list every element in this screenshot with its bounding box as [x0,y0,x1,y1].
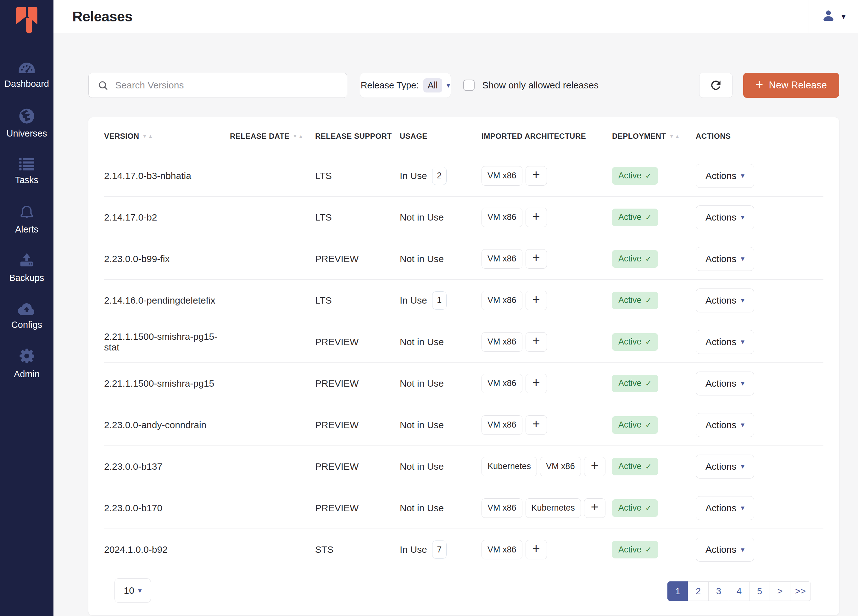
user-icon [821,9,836,25]
column-header-imported-architecture: IMPORTED ARCHITECTURE [482,132,612,141]
add-architecture-button[interactable]: + [525,415,547,435]
sidebar-item-dashboard[interactable]: Dashboard [0,51,53,99]
actions-cell: Actions▾ [696,330,824,354]
deployment-status-badge: Active✓ [612,250,658,268]
search-input[interactable] [89,73,347,98]
usage-count-badge: 2 [432,167,447,185]
version-cell: 2024.1.0.0-b92 [104,544,230,555]
actions-label: Actions [706,295,736,306]
sort-icons: ▼▲ [669,134,680,139]
actions-button[interactable]: Actions▾ [696,288,754,313]
deployment-cell: Active✓ [612,208,696,226]
show-allowed-checkbox[interactable] [463,79,475,91]
column-header-version[interactable]: VERSION ▼▲ [104,132,230,141]
architecture-chip: VM x86 [482,540,522,559]
actions-label: Actions [706,461,736,472]
release-type-dropdown[interactable]: Release Type: All ▾ [360,73,451,98]
page-button[interactable]: 2 [688,582,709,601]
deployment-status-label: Active [618,337,642,347]
column-header-deployment[interactable]: DEPLOYMENT ▼▲ [612,132,696,141]
actions-button[interactable]: Actions▾ [696,413,754,437]
deployment-cell: Active✓ [612,416,696,434]
chevron-down-icon: ▾ [447,81,451,90]
yugabyte-logo-icon[interactable] [13,5,40,37]
add-architecture-button[interactable]: + [525,291,547,310]
last-page-button[interactable]: >> [790,582,811,601]
deployment-cell: Active✓ [612,375,696,392]
plus-icon: + [755,78,763,91]
column-label: USAGE [400,132,427,141]
chevron-down-icon: ▾ [741,462,745,471]
usage-cell: In Use2 [400,167,482,185]
actions-button[interactable]: Actions▾ [696,247,754,271]
release-support-cell: PREVIEW [315,503,400,513]
table-row: 2.21.1.1500-smishra-pg15-statPREVIEWNot … [104,321,824,363]
actions-button[interactable]: Actions▾ [696,496,754,520]
actions-button[interactable]: Actions▾ [696,538,754,562]
column-label: RELEASE DATE [230,132,290,141]
page-button[interactable]: 4 [729,582,749,601]
sidebar-item-configs[interactable]: Configs [0,292,53,340]
usage-count-badge: 1 [432,291,447,310]
add-architecture-button[interactable]: + [525,208,547,227]
pagination: 12345>>> [668,582,811,601]
architecture-chip: Kubernetes [482,457,537,476]
usage-label: In Use [400,171,427,181]
add-architecture-button[interactable]: + [584,498,605,518]
actions-cell: Actions▾ [696,205,824,229]
page-button[interactable]: 3 [708,582,729,601]
page-size-dropdown[interactable]: 10 ▾ [115,578,151,603]
actions-button[interactable]: Actions▾ [696,164,754,188]
usage-label: In Use [400,295,427,306]
usage-label: Not in Use [400,378,444,389]
check-icon: ✓ [645,213,652,222]
version-cell: 2.23.0.0-b99-fix [104,254,230,264]
check-icon: ✓ [645,255,652,263]
actions-label: Actions [706,420,736,430]
add-architecture-button[interactable]: + [525,332,547,352]
column-label: IMPORTED ARCHITECTURE [482,132,586,141]
deployment-cell: Active✓ [612,458,696,475]
add-architecture-button[interactable]: + [525,249,547,269]
sidebar-item-admin[interactable]: Admin [0,340,53,388]
architecture-cell: KubernetesVM x86+ [482,457,612,476]
usage-cell: Not in Use [400,503,482,513]
user-menu[interactable]: ▾ [808,0,858,33]
sidebar-item-alerts[interactable]: Alerts [0,195,53,244]
actions-button[interactable]: Actions▾ [696,372,754,395]
add-architecture-button[interactable]: + [525,374,547,393]
deployment-status-badge: Active✓ [612,541,658,558]
add-architecture-button[interactable]: + [525,166,547,186]
architecture-cell: VM x86+ [482,415,612,435]
new-release-button[interactable]: + New Release [743,73,839,98]
column-header-actions: ACTIONS [696,132,824,141]
sidebar-item-backups[interactable]: Backups [0,244,53,292]
actions-button[interactable]: Actions▾ [696,330,754,354]
actions-button[interactable]: Actions▾ [696,454,754,479]
sidebar-item-tasks[interactable]: Tasks [0,147,53,195]
actions-label: Actions [706,503,736,513]
deployment-cell: Active✓ [612,292,696,309]
release-support-cell: LTS [315,212,400,223]
refresh-button[interactable] [699,73,732,98]
column-header-release-date[interactable]: RELEASE DATE ▼▲ [230,132,315,141]
check-icon: ✓ [645,296,652,305]
page-button[interactable]: 1 [667,582,688,601]
add-architecture-button[interactable]: + [584,457,605,476]
release-support-cell: LTS [315,171,400,181]
next-page-button[interactable]: > [769,582,790,601]
add-architecture-button[interactable]: + [525,540,547,559]
chevron-down-icon: ▾ [741,421,745,429]
bell-icon [19,204,35,221]
version-cell: 2.14.16.0-pendingdeletefix [104,295,230,306]
actions-button[interactable]: Actions▾ [696,205,754,229]
page-button[interactable]: 5 [749,582,770,601]
sidebar-item-universes[interactable]: Universes [0,99,53,147]
usage-label: Not in Use [400,420,444,430]
check-icon: ✓ [645,462,652,471]
release-support-cell: PREVIEW [315,337,400,347]
check-icon: ✓ [645,338,652,346]
architecture-cell: VM x86+ [482,374,612,393]
table-row: 2.23.0.0-andy-conndrainPREVIEWNot in Use… [104,404,824,446]
column-header-release-support: RELEASE SUPPORT [315,132,400,141]
